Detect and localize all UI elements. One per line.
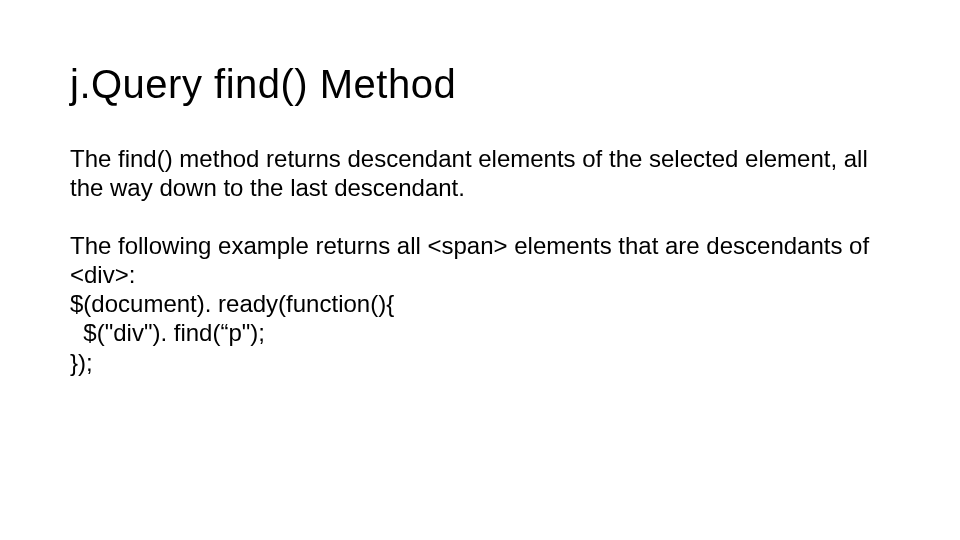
paragraph-1: The find() method returns descendant ele… <box>70 144 890 203</box>
slide: j.Query find() Method The find() method … <box>0 0 960 540</box>
slide-title: j.Query find() Method <box>70 62 890 106</box>
paragraph-2: The following example returns all <span>… <box>70 231 890 290</box>
slide-body: The find() method returns descendant ele… <box>70 144 890 377</box>
code-line-1: $(document). ready(function(){ <box>70 289 890 318</box>
code-line-3: }); <box>70 348 890 377</box>
code-line-2: $("div"). find(“p"); <box>70 318 890 347</box>
